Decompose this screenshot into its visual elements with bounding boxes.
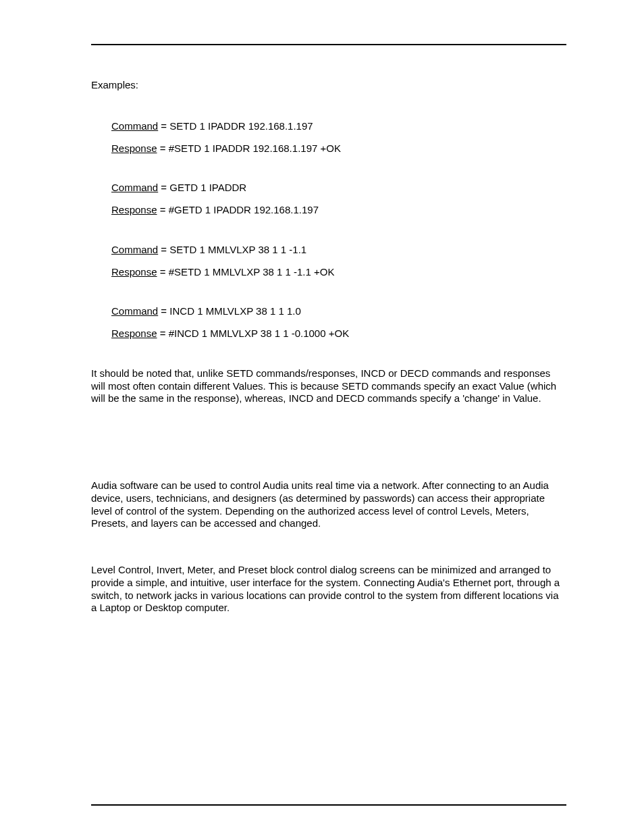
command-label: Command: [111, 120, 158, 132]
example-pair: Command = INCD 1 MMLVLXP 38 1 1 1.0 Resp…: [111, 305, 566, 340]
response-line: Response = #INCD 1 MMLVLXP 38 1 1 -0.100…: [111, 328, 566, 340]
examples-heading: Examples:: [91, 79, 566, 92]
response-line: Response = #SETD 1 IPADDR 192.168.1.197 …: [111, 142, 566, 155]
body-paragraph-2: Audia software can be used to control Au…: [91, 479, 566, 530]
examples-block: Command = SETD 1 IPADDR 192.168.1.197 Re…: [91, 120, 566, 340]
command-value: = SETD 1 IPADDR 192.168.1.197: [158, 120, 313, 132]
top-horizontal-rule: [91, 44, 566, 45]
body-paragraph-3: Level Control, Invert, Meter, and Preset…: [91, 564, 566, 615]
body-paragraph-1: It should be noted that, unlike SETD com…: [91, 367, 566, 405]
response-label: Response: [111, 142, 157, 154]
command-value: = INCD 1 MMLVLXP 38 1 1 1.0: [158, 305, 301, 317]
response-line: Response = #SETD 1 MMLVLXP 38 1 1 -1.1 +…: [111, 266, 566, 279]
response-label: Response: [111, 328, 157, 339]
command-label: Command: [111, 305, 158, 317]
response-value: = #SETD 1 IPADDR 192.168.1.197 +OK: [157, 142, 341, 154]
response-line: Response = #GETD 1 IPADDR 192.168.1.197: [111, 204, 566, 217]
command-line: Command = GETD 1 IPADDR: [111, 182, 566, 194]
command-label: Command: [111, 182, 158, 193]
example-pair: Command = SETD 1 MMLVLXP 38 1 1 -1.1 Res…: [111, 244, 566, 279]
response-value: = #GETD 1 IPADDR 192.168.1.197: [157, 204, 319, 215]
command-label: Command: [111, 244, 158, 255]
command-value: = GETD 1 IPADDR: [158, 182, 246, 193]
command-line: Command = SETD 1 IPADDR 192.168.1.197: [111, 120, 566, 133]
response-label: Response: [111, 266, 157, 278]
example-pair: Command = GETD 1 IPADDR Response = #GETD…: [111, 182, 566, 217]
response-value: = #INCD 1 MMLVLXP 38 1 1 -0.1000 +OK: [157, 328, 350, 339]
response-value: = #SETD 1 MMLVLXP 38 1 1 -1.1 +OK: [157, 266, 335, 278]
example-pair: Command = SETD 1 IPADDR 192.168.1.197 Re…: [111, 120, 566, 155]
response-label: Response: [111, 204, 157, 215]
command-line: Command = SETD 1 MMLVLXP 38 1 1 -1.1: [111, 244, 566, 257]
bottom-horizontal-rule: [91, 804, 566, 806]
command-value: = SETD 1 MMLVLXP 38 1 1 -1.1: [158, 244, 306, 255]
command-line: Command = INCD 1 MMLVLXP 38 1 1 1.0: [111, 305, 566, 318]
document-page: Examples: Command = SETD 1 IPADDR 192.16…: [0, 0, 644, 834]
